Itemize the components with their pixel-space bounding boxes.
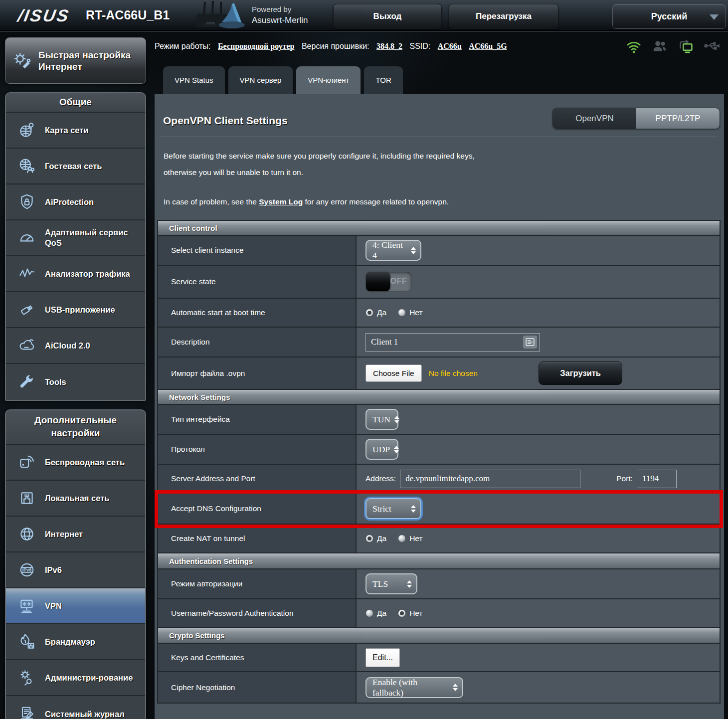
sidebar-item-label: Карта сети [45, 125, 92, 136]
description-input[interactable] [365, 333, 540, 352]
select-arrows-icon [453, 684, 458, 691]
operation-mode-link[interactable]: Беспроводной роутер [218, 42, 294, 50]
accept-dns-select[interactable]: Strict [365, 498, 421, 519]
interface-type-label: Тип интерфейса [158, 405, 357, 434]
page-title: OpenVPN Client Settings [163, 115, 288, 127]
sidebar-item-label: AiProtection [45, 197, 97, 207]
monitor-sync-icon[interactable] [678, 39, 693, 56]
operation-mode-label: Режим работы: [155, 42, 211, 50]
pptp-l2tp-toggle-button[interactable]: PPTP/L2TP [636, 108, 720, 129]
user-pass-no-radio[interactable] [398, 609, 406, 617]
auth-mode-select[interactable]: TLS [365, 573, 417, 594]
guest-network-icon [17, 156, 37, 176]
server-port-input[interactable] [637, 470, 677, 488]
row-description: Description [158, 328, 720, 358]
sidebar-item-label: Брандмауэр [45, 637, 98, 647]
wireless-icon [17, 452, 37, 472]
description-input-wrap [365, 333, 540, 352]
clients-icon[interactable] [652, 39, 667, 56]
cipher-negotiation-select[interactable]: Enable (with fallback) [365, 677, 463, 698]
row-service-state: Service state OFF [158, 266, 720, 299]
sidebar-item-firewall[interactable]: Брандмауэр [6, 624, 145, 660]
intro-text: Before starting the service make sure yo… [164, 148, 475, 180]
create-nat-no-label: Нет [409, 534, 422, 543]
network-map-icon [17, 120, 37, 140]
sidebar-item-label: Локальная сеть [45, 493, 112, 504]
sidebar-item-usb-application[interactable]: USB-приложение [6, 292, 145, 328]
sidebar-item-aiprotection[interactable]: AiProtection [6, 184, 145, 220]
powered-by: Powered by Asuswrt-Merlin [252, 4, 308, 26]
user-pass-auth-label: Username/Password Authentication [158, 599, 357, 627]
keys-certs-label: Keys and Certificates [158, 644, 357, 671]
sidebar-item-tools[interactable]: Tools [6, 364, 145, 400]
usb-plug-icon[interactable] [704, 39, 719, 56]
interface-type-select[interactable]: TUN [365, 409, 398, 430]
auto-start-yes-radio[interactable] [365, 309, 373, 317]
sidebar-item-vpn[interactable]: VPN [6, 588, 145, 624]
user-pass-no-label: Нет [409, 609, 422, 618]
vpn-tabs: VPN StatusVPN серверVPN-клиентTOR [163, 66, 406, 94]
auto-start-radio-group: Да Нет [365, 308, 431, 317]
router-admin-page: /ISUS RT-AC66U_B1 Powered by Asuswrt-Mer… [0, 0, 728, 719]
sidebar-item-label: Администри-рование [45, 673, 136, 683]
system-log-link[interactable]: System Log [259, 197, 303, 206]
language-selector[interactable]: Русский [612, 4, 726, 29]
row-select-client-instance: Select client instance 4: Client 4 [158, 236, 720, 266]
sidebar-item-qos[interactable]: Адаптивный сервис QoS [6, 220, 145, 256]
logout-button[interactable]: Выход [333, 4, 442, 29]
ssid-2g-link[interactable]: AC66u [438, 42, 462, 50]
sidebar-group-general: Общие Карта сетиГостевая сетьAiProtectio… [5, 92, 146, 401]
protocol-select[interactable]: UDP [365, 439, 398, 460]
user-pass-yes-radio[interactable] [365, 609, 373, 617]
quick-setup-button[interactable]: Быстрая настройка Интернет [5, 37, 146, 84]
select-arrows-icon [407, 580, 412, 588]
sidebar-item-aicloud[interactable]: AiCloud 2.0 [6, 328, 145, 364]
reboot-button[interactable]: Перезагрузка [449, 4, 558, 29]
user-pass-yes-label: Да [377, 609, 386, 618]
sidebar-item-traffic-analyzer[interactable]: Анализатор трафика [6, 256, 145, 292]
client-instance-select[interactable]: 4: Client 4 [365, 240, 421, 261]
sidebar-item-ipv6[interactable]: IPv6IPv6 [6, 552, 145, 588]
status-icons [626, 39, 719, 56]
tab-tor[interactable]: TOR [364, 66, 402, 94]
server-address-label: Server Address and Port [158, 465, 357, 493]
tab-vpn-client[interactable]: VPN-клиент [296, 66, 361, 94]
wifi-icon[interactable] [626, 39, 641, 56]
row-keys-certificates: Keys and Certificates Edit... [158, 644, 720, 672]
row-auth-mode: Режим авторизации TLS [158, 569, 720, 599]
sidebar-item-label: Интернет [45, 529, 86, 539]
description-label: Description [158, 328, 357, 357]
service-state-toggle[interactable]: OFF [365, 272, 411, 292]
tab-vpn-status[interactable]: VPN Status [163, 66, 225, 94]
upload-button[interactable]: Загрузить [539, 361, 622, 385]
create-nat-no-radio[interactable] [398, 535, 406, 542]
auto-start-no-label: Нет [409, 308, 422, 317]
sidebar-item-label: IPv6 [45, 565, 65, 575]
asus-logo: /ISUS [16, 6, 72, 25]
create-nat-yes-radio[interactable] [365, 535, 373, 542]
ssid-label: SSID: [409, 42, 430, 50]
title-divider [161, 136, 718, 137]
name-list-icon[interactable] [523, 336, 537, 349]
sidebar-item-wireless[interactable]: Беспроводная сеть [6, 445, 145, 481]
gauge-icon [17, 228, 37, 248]
auto-start-no-radio[interactable] [398, 309, 406, 317]
sidebar-item-label: USB-приложение [45, 305, 118, 315]
top-banner: /ISUS RT-AC66U_B1 Powered by Asuswrt-Mer… [0, 0, 728, 31]
create-nat-label: Create NAT on tunnel [158, 525, 357, 552]
ssid-5g-link[interactable]: AC66u_5G [469, 42, 507, 50]
sidebar-item-lan[interactable]: Локальная сеть [6, 481, 145, 517]
select-arrows-icon [411, 247, 416, 254]
sidebar-item-network-map[interactable]: Карта сети [6, 113, 145, 149]
firmware-version-link[interactable]: 384.8_2 [376, 42, 402, 50]
tab-vpn-server[interactable]: VPN сервер [228, 66, 293, 94]
sidebar-item-wan[interactable]: Интернет [6, 517, 145, 552]
sidebar-item-system-log[interactable]: Системный журнал [6, 696, 145, 719]
openvpn-toggle-button[interactable]: OpenVPN [553, 108, 636, 129]
sidebar-item-guest-network[interactable]: Гостевая сеть [6, 149, 145, 184]
edit-keys-button[interactable]: Edit... [365, 648, 400, 667]
server-address-input[interactable] [400, 470, 580, 488]
section-header-authentication: Authentication Settings [158, 553, 720, 569]
choose-file-button[interactable]: Choose File [365, 364, 422, 382]
sidebar-item-administration[interactable]: Администри-рование [6, 660, 145, 696]
